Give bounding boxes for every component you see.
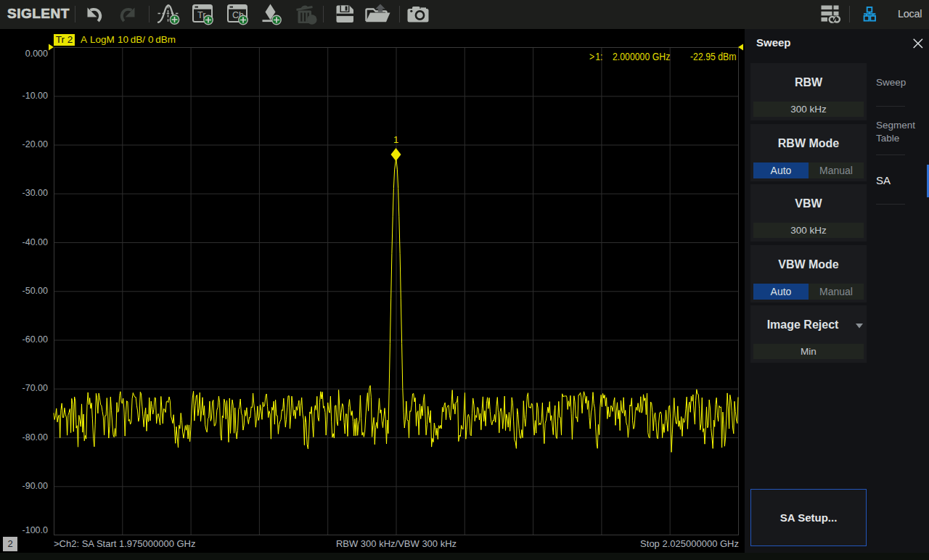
svg-text:1: 1 xyxy=(393,134,398,145)
